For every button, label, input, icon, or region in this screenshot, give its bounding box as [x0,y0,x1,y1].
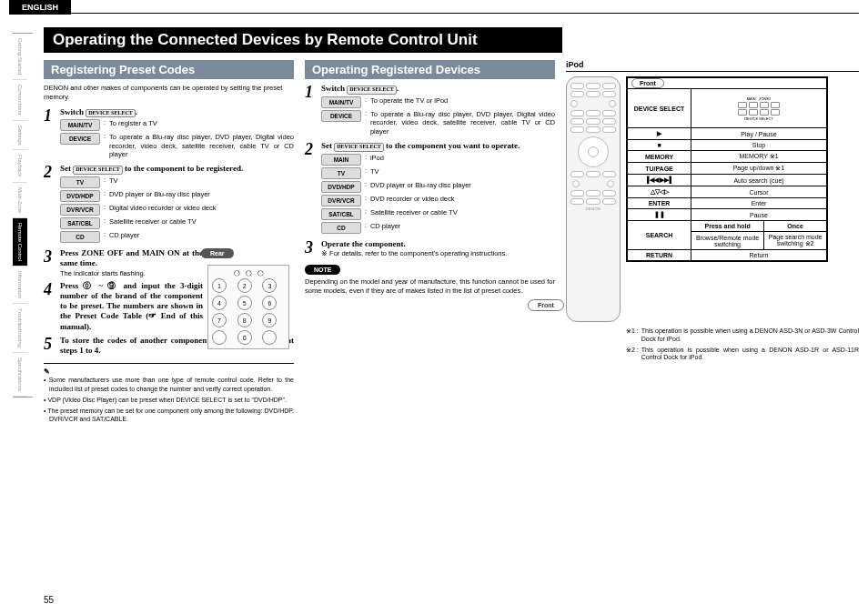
button-device: DEVICE [321,110,361,122]
sidebar-item-getting-started[interactable]: Getting Started [13,34,27,80]
round-button-icon [572,180,580,187]
op-step-1-prefix: Switch [321,84,345,93]
step-number: 3 [305,239,318,257]
device-select-graphic: MAIN ZONE2 DEVICE SELECT [695,91,823,126]
step-number: 1 [305,84,318,137]
desc: DVD player or Blu-ray disc player [370,181,555,189]
round-button-icon [609,100,616,107]
row-val: Enter [691,198,827,209]
step-number: 4 [44,281,56,332]
sidebar-nav: Getting Started Connections Settings Pla… [13,33,33,398]
desc: TV [370,167,555,176]
note-item: VDP (Video Disc Player) can be preset wh… [44,396,294,404]
sidebar-item-settings[interactable]: Settings [13,121,27,151]
fn-mark: ※2 : [626,347,639,363]
keypad-1: 1 [212,278,227,293]
row-key: MEMORY [628,151,691,163]
top-rule [9,13,859,14]
device-select-icon: DEVICE SELECT [73,166,123,175]
note-pill: NOTE [305,265,340,275]
row-key: ■ [628,140,691,151]
desc: To operate a Blu-ray disc player, DVD pl… [109,133,294,158]
page-number: 55 [44,595,54,605]
button-main: MAIN [321,154,361,166]
note-body: Depending on the model and year of manuf… [305,277,555,296]
desc: To operate a Blu-ray disc player, DVD pl… [370,110,555,136]
desc: CD player [370,222,555,230]
device-select-icon: DEVICE SELECT [334,143,384,152]
row-val: Auto search (cue) [691,175,827,186]
desc: CD player [109,231,294,239]
row-key: TU/PAGE [628,163,691,175]
step-2-lead-prefix: Set [60,164,71,173]
registering-notes: ✎ Some manufacturers use more than one t… [44,363,294,422]
op-step-2: 2 Set DEVICE SELECT to the component you… [305,141,555,236]
search-h2: Once [764,221,827,232]
desc: DVD player or Blu-ray disc player [109,190,294,198]
search-v1: Browse/Remote mode switching [691,232,764,250]
row-key: ▐◀◀ ▶▶▌ [628,175,691,186]
keypad-9: 9 [262,313,277,327]
note-item: The preset memory can be set for one com… [44,407,294,423]
op-step-1-suffix: . [397,84,399,93]
button-tv: TV [60,176,100,188]
search-v2: Page search mode switching ※2 [764,232,827,250]
keypad-8: 8 [237,313,252,327]
row-val: Stop [691,140,827,151]
search-h1: Press and hold [691,221,764,232]
step-number: 1 [44,107,56,161]
row-key: ❚❚ [628,209,691,221]
operating-heading: Operating Registered Devices [305,60,555,79]
remote-keypad-diagram: ◯ ◯ ◯ 1 2 3 4 5 6 7 8 9 [207,265,289,349]
ipod-section: iPod Front [566,60,859,426]
ipod-function-table: Front DEVICE SELECT MAIN ZONE2 DEVICE SE… [626,76,828,262]
step-number: 5 [44,336,56,357]
button-sat-cbl: SAT/CBL [321,208,361,220]
sidebar-item-information[interactable]: Information [13,267,27,304]
desc: Digital video recorder or video deck [109,204,294,212]
step-1-lead-suffix: . [136,107,137,116]
op-step-3-lead: Operate the component. [321,239,555,249]
row-key: ▶ [628,128,691,140]
led-icon: ◯ [234,269,240,276]
row-val: Return [691,250,827,261]
desc: DVD recorder or video deck [370,195,555,203]
brand-logo: DENON [570,206,616,211]
ipod-heading: iPod [566,60,859,72]
keypad-0: 0 [237,330,252,345]
op-step-2-prefix: Set [321,141,332,150]
desc: To register a TV [109,119,294,127]
device-select-icon: DEVICE SELECT [347,86,397,95]
step-2-lead-suffix: to the component to be registered. [125,164,243,173]
sidebar-item-specifications[interactable]: Specifications [13,353,27,397]
remote-front-diagram: DENON [566,76,621,322]
sidebar-item-multi-zone[interactable]: Multi-Zone [13,183,27,218]
keypad-4: 4 [212,296,227,310]
operating-section: Operating Registered Devices 1 Switch DE… [305,60,555,426]
step-number: 2 [305,141,318,236]
row-val: MEMORY ※1 [691,151,827,163]
step-number: 3 [44,248,56,277]
row-key: RETURN [628,250,691,261]
sidebar-item-connections[interactable]: Connections [13,80,27,120]
note-item: Some manufacturers use more than one typ… [44,376,294,392]
led-icon: ◯ [257,269,264,276]
row-val: Page up/down ※1 [691,163,827,175]
round-button-icon [607,180,614,187]
row-val: Play / Pause [691,128,827,140]
sidebar-item-playback[interactable]: Playback [13,150,27,182]
keypad-7: 7 [212,313,227,327]
keypad-5: 5 [237,296,252,310]
row-key: ENTER [628,198,691,209]
sidebar-item-remote-control[interactable]: Remote Control [13,218,27,267]
round-button-icon [570,100,578,107]
row-val: Pause [691,209,827,221]
button-dvr-vcr: DVR/VCR [60,204,100,216]
op-step-3-sub: ※ For details, refer to the component's … [321,249,555,257]
step-4-lead: Press ⓪ ~ ⑨ and input the 3-digit number… [60,281,203,332]
button-cd: CD [60,231,100,243]
keypad-2: 2 [237,278,252,293]
op-step-2-suffix: to the component you want to operate. [386,141,520,150]
desc: Satellite receiver or cable TV [109,217,294,226]
sidebar-item-troubleshooting[interactable]: Troubleshooting [13,304,27,353]
